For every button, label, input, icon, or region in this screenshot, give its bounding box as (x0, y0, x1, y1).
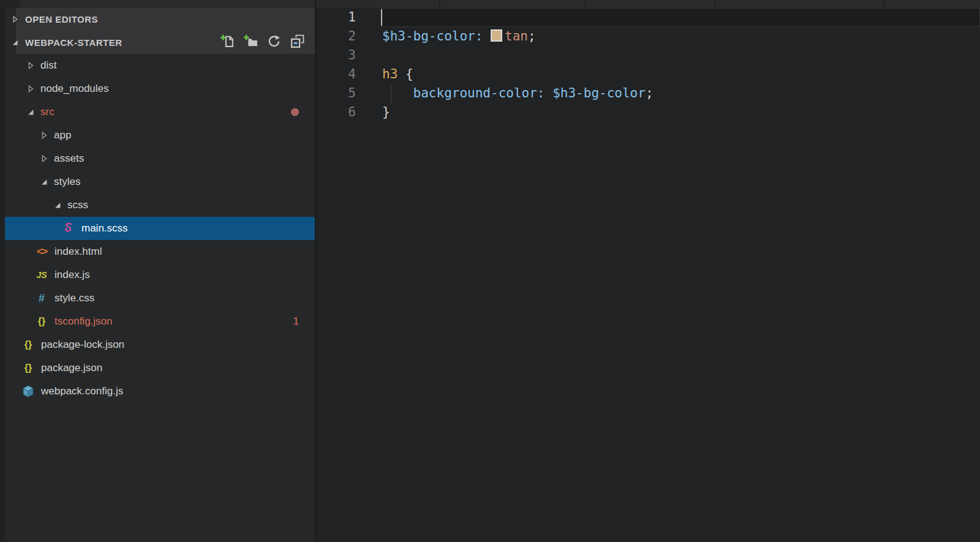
section-folder-header[interactable]: WEBPACK-STARTER (0, 31, 315, 54)
tab-divider (439, 0, 440, 8)
twistie-expanded-icon[interactable] (26, 108, 35, 117)
code-line-3[interactable]: 3 (316, 46, 980, 65)
code-token (545, 86, 553, 100)
code-token: background-color: (413, 86, 545, 100)
tree-item-label: src (40, 106, 55, 118)
explorer-sidebar: OPEN EDITORS WEBPACK-STARTER distnode_mo… (0, 0, 315, 542)
code-token: h3 (382, 67, 398, 81)
titlebar-corner (0, 0, 20, 8)
line-number: 3 (316, 46, 381, 65)
tree-item-scss[interactable]: scss (5, 194, 315, 217)
line-number: 4 (316, 65, 381, 84)
code-line-content: } (381, 103, 980, 122)
tab-divider (883, 0, 884, 8)
code-token: } (382, 105, 390, 119)
code-line-5[interactable]: 5 background-color: $h3-bg-color; (316, 84, 980, 103)
section-open-editors-label: OPEN EDITORS (25, 14, 98, 24)
tree-item-label: tsconfig.json (55, 315, 113, 328)
code-line-content: h3 { (381, 65, 980, 84)
refresh-button[interactable] (266, 34, 282, 50)
tree-item-src[interactable]: src (5, 100, 315, 124)
css-file-icon: # (34, 292, 50, 305)
twistie-collapsed-icon[interactable] (26, 61, 35, 70)
tab-strip (316, 0, 980, 8)
tree-item-label: app (54, 129, 71, 141)
js-file-icon: JS (34, 270, 50, 280)
line-number: 1 (316, 8, 381, 27)
color-swatch[interactable] (491, 29, 502, 42)
new-folder-icon (243, 34, 258, 51)
code-token: { (398, 67, 413, 81)
tree-item-label: main.scss (81, 222, 128, 235)
tree-item-node-modules[interactable]: node_modules (5, 77, 315, 100)
code-line-1[interactable]: 1 (316, 8, 980, 27)
new-file-icon (220, 34, 235, 51)
tree-item-label: scss (67, 199, 88, 211)
section-folder-label: WEBPACK-STARTER (25, 37, 123, 48)
json-file-icon: {} (20, 339, 36, 350)
line-number: 6 (316, 103, 381, 122)
tree-item-label: assets (54, 152, 84, 165)
chevron-expanded-icon (10, 38, 20, 47)
twistie-collapsed-icon[interactable] (26, 85, 35, 94)
file-tree: distnode_modulessrcappassetsstylesscssma… (0, 54, 315, 403)
twistie-collapsed-icon[interactable] (39, 131, 48, 140)
explorer-sections: OPEN EDITORS WEBPACK-STARTER (0, 8, 315, 54)
tree-item-label: node_modules (40, 83, 109, 95)
tree-item-label: package-lock.json (41, 339, 124, 351)
tree-item-label: index.js (55, 269, 90, 281)
code-editor[interactable]: 12$h3-bg-color: tan;34h3 {5 background-c… (316, 8, 980, 122)
tree-item-dist[interactable]: dist (5, 54, 315, 77)
line-number: 5 (316, 84, 381, 103)
json-file-icon: {} (20, 363, 36, 374)
tree-item-tsconfig-json[interactable]: {}tsconfig.json1 (5, 310, 315, 333)
code-line-content (381, 46, 980, 65)
tree-item-style-css[interactable]: #style.css (5, 287, 315, 310)
code-token: $h3-bg-color: (382, 29, 483, 43)
tree-item-label: package.json (41, 362, 102, 374)
new-folder-button[interactable] (243, 34, 258, 50)
tree-item-label: webpack.config.js (41, 385, 123, 397)
collapse-all-icon (290, 34, 305, 51)
tree-item-index-html[interactable]: <>index.html (5, 240, 315, 263)
code-line-content: background-color: $h3-bg-color; (381, 84, 980, 103)
code-line-content: $h3-bg-color: tan; (381, 27, 980, 46)
code-token: ; (646, 86, 654, 100)
tree-item-package-json[interactable]: {}package.json (5, 356, 315, 380)
text-cursor (381, 9, 382, 26)
tree-item-main-scss[interactable]: main.scss (0, 217, 315, 240)
tree-item-label: style.css (55, 292, 94, 304)
tab-divider (584, 0, 586, 8)
indent-guide (391, 84, 391, 103)
problem-count-badge: 1 (293, 315, 299, 328)
collapse-all-button[interactable] (289, 34, 305, 50)
line-number: 2 (316, 27, 381, 46)
twistie-expanded-icon[interactable] (39, 178, 48, 187)
tree-item-styles[interactable]: styles (5, 170, 315, 194)
code-line-2[interactable]: 2$h3-bg-color: tan; (316, 27, 980, 46)
sidebar-left-gutter (0, 8, 5, 542)
tree-item-label: dist (40, 59, 56, 72)
tree-item-assets[interactable]: assets (5, 147, 315, 170)
refresh-icon (266, 34, 282, 51)
tree-item-app[interactable]: app (5, 124, 315, 147)
chevron-right-icon (10, 15, 20, 24)
twistie-collapsed-icon[interactable] (39, 154, 48, 164)
tree-item-index-js[interactable]: JSindex.js (5, 263, 315, 287)
tree-item-label: styles (54, 176, 80, 188)
code-token (483, 29, 491, 43)
code-token: ; (528, 29, 536, 43)
explorer-toolbar (219, 34, 315, 50)
code-line-6[interactable]: 6} (316, 103, 980, 122)
html-file-icon: <> (34, 246, 50, 258)
code-token: $h3-bg-color (552, 86, 646, 100)
tree-item-package-lock-json[interactable]: {}package-lock.json (5, 333, 315, 356)
titlebar-strip (0, 0, 315, 8)
new-file-button[interactable] (219, 34, 235, 50)
json-file-icon: {} (34, 316, 50, 327)
tree-item-webpack-config-js[interactable]: webpack.config.js (5, 380, 315, 403)
section-open-editors[interactable]: OPEN EDITORS (0, 8, 315, 31)
modified-dot-badge (291, 108, 299, 116)
twistie-expanded-icon[interactable] (53, 201, 62, 210)
code-line-4[interactable]: 4h3 { (316, 65, 980, 84)
